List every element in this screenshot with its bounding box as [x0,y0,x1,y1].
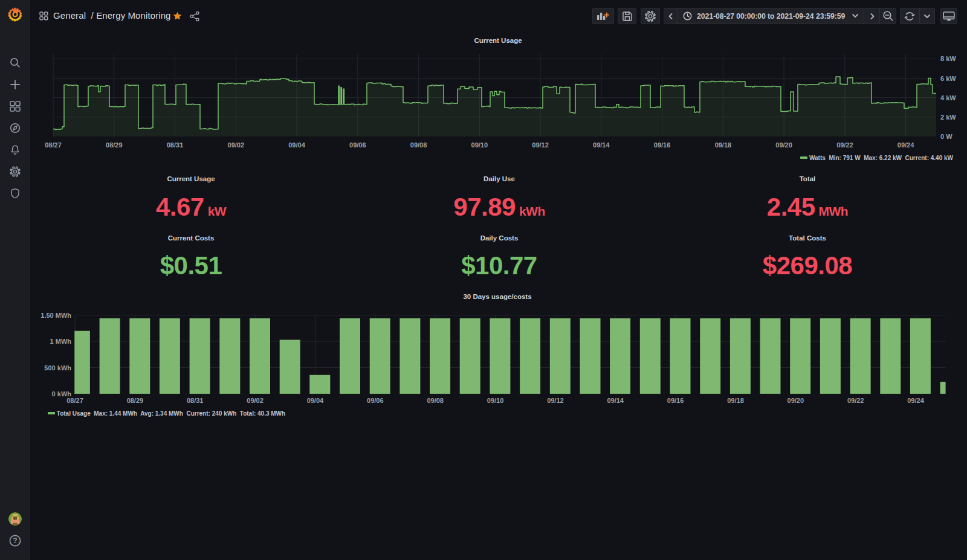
svg-text:08/29: 08/29 [127,397,144,404]
svg-text:09/20: 09/20 [788,397,804,404]
svg-text:09/12: 09/12 [547,397,564,404]
svg-text:09/10: 09/10 [487,397,504,404]
svg-text:09/14: 09/14 [607,397,624,404]
svg-text:09/22: 09/22 [847,397,864,404]
svg-text:1.50 MWh: 1.50 MWh [40,312,71,319]
svg-text:08/31: 08/31 [187,397,204,404]
svg-text:09/24: 09/24 [907,397,924,404]
svg-text:09/04: 09/04 [307,397,324,404]
svg-text:09/06: 09/06 [367,397,384,404]
svg-text:09/02: 09/02 [247,397,264,404]
svg-text:09/08: 09/08 [427,397,444,404]
svg-text:500 kWh: 500 kWh [44,364,71,372]
svg-text:?: ? [13,536,17,545]
svg-text:09/16: 09/16 [667,397,684,404]
svg-text:0 kWh: 0 kWh [52,390,72,397]
svg-text:1 MWh: 1 MWh [50,338,72,345]
svg-text:09/18: 09/18 [727,397,744,404]
svg-text:08/27: 08/27 [66,397,83,404]
